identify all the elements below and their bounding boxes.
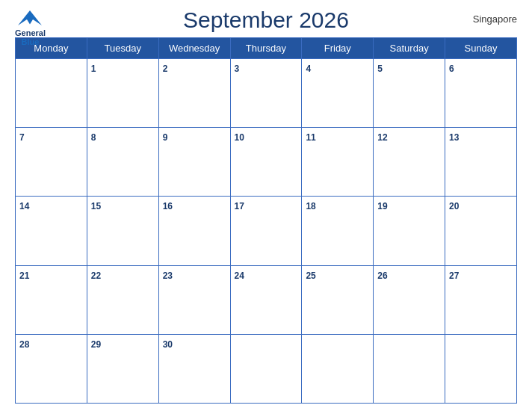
day-cell-14: 14	[16, 197, 87, 265]
calendar-header-row: MondayTuesdayWednesdayThursdayFridaySatu…	[16, 38, 517, 59]
day-number-16: 16	[163, 201, 173, 211]
logo: General Blue	[15, 7, 46, 46]
svg-marker-0	[18, 10, 42, 25]
day-number-4: 4	[306, 64, 311, 74]
day-cell-27: 27	[445, 265, 517, 334]
day-number-8: 8	[91, 132, 96, 143]
day-cell-24: 24	[230, 265, 302, 334]
week-row-2: 78910111213	[16, 128, 517, 197]
empty-cell	[445, 334, 517, 403]
day-cell-8: 8	[87, 128, 158, 197]
day-number-5: 5	[377, 64, 383, 74]
day-number-30: 30	[163, 339, 173, 350]
empty-cell	[302, 334, 374, 403]
day-number-24: 24	[235, 271, 244, 281]
logo-blue: Blue	[22, 37, 40, 46]
day-number-22: 22	[91, 271, 101, 281]
day-cell-9: 9	[158, 128, 230, 197]
col-header-tuesday: Tuesday	[87, 38, 158, 59]
week-row-5: 282930	[16, 334, 517, 403]
col-header-thursday: Thursday	[230, 38, 302, 59]
day-cell-28: 28	[16, 334, 87, 403]
day-cell-2: 2	[158, 59, 230, 128]
calendar-table: MondayTuesdayWednesdayThursdayFridaySatu…	[15, 37, 517, 404]
logo-bird-icon	[15, 7, 45, 28]
day-number-1: 1	[91, 64, 96, 74]
day-number-7: 7	[19, 132, 25, 143]
day-number-17: 17	[235, 201, 244, 211]
day-cell-17: 17	[230, 197, 302, 265]
day-number-19: 19	[377, 201, 387, 211]
col-header-sunday: Sunday	[445, 38, 517, 59]
day-cell-10: 10	[230, 128, 302, 197]
col-header-saturday: Saturday	[374, 38, 445, 59]
day-number-9: 9	[163, 132, 168, 143]
day-cell-16: 16	[158, 197, 230, 265]
day-cell-12: 12	[374, 128, 445, 197]
day-number-21: 21	[19, 271, 29, 281]
day-cell-23: 23	[158, 265, 230, 334]
day-cell-6: 6	[445, 59, 517, 128]
day-cell-7: 7	[16, 128, 87, 197]
day-cell-15: 15	[87, 197, 158, 265]
day-cell-5: 5	[374, 59, 445, 128]
week-row-4: 21222324252627	[16, 265, 517, 334]
week-row-3: 14151617181920	[16, 197, 517, 265]
col-header-wednesday: Wednesday	[158, 38, 230, 59]
week-row-1: 123456	[16, 59, 517, 128]
day-number-15: 15	[91, 201, 101, 211]
day-cell-3: 3	[230, 59, 302, 128]
day-number-2: 2	[163, 64, 168, 74]
day-number-14: 14	[19, 201, 29, 211]
empty-cell	[230, 334, 302, 403]
day-number-10: 10	[235, 132, 244, 143]
day-number-11: 11	[306, 132, 315, 143]
day-number-23: 23	[163, 271, 173, 281]
col-header-friday: Friday	[302, 38, 374, 59]
day-number-25: 25	[306, 271, 315, 281]
day-number-26: 26	[377, 271, 387, 281]
day-cell-19: 19	[374, 197, 445, 265]
empty-cell	[374, 334, 445, 403]
day-cell-22: 22	[87, 265, 158, 334]
day-cell-4: 4	[302, 59, 374, 128]
day-number-13: 13	[449, 132, 459, 143]
day-number-6: 6	[449, 64, 454, 74]
day-cell-13: 13	[445, 128, 517, 197]
day-number-29: 29	[91, 339, 101, 350]
day-number-12: 12	[377, 132, 387, 143]
day-number-20: 20	[449, 201, 459, 211]
day-cell-11: 11	[302, 128, 374, 197]
day-number-3: 3	[235, 64, 240, 74]
day-number-28: 28	[19, 339, 29, 350]
day-cell-1: 1	[87, 59, 158, 128]
page-title: September 2026	[183, 7, 349, 33]
day-number-27: 27	[449, 271, 459, 281]
day-cell-25: 25	[302, 265, 374, 334]
day-number-18: 18	[306, 201, 315, 211]
empty-cell	[16, 59, 87, 128]
day-cell-18: 18	[302, 197, 374, 265]
day-cell-21: 21	[16, 265, 87, 334]
country-label: Singapore	[473, 13, 517, 25]
day-cell-20: 20	[445, 197, 517, 265]
logo-general: General	[15, 28, 46, 37]
calendar-header: General Blue September 2026 Singapore	[15, 7, 517, 33]
day-cell-26: 26	[374, 265, 445, 334]
day-cell-30: 30	[158, 334, 230, 403]
day-cell-29: 29	[87, 334, 158, 403]
